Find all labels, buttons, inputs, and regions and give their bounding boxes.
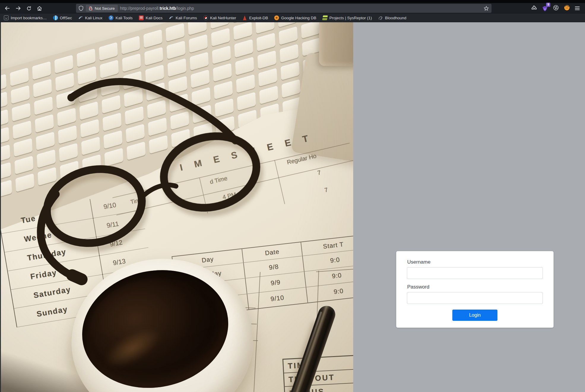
login-panel: Username Password Login: [353, 22, 585, 392]
keyboard-key: [0, 109, 8, 128]
keyboard-key: [256, 33, 275, 52]
keyboard-key: [233, 22, 252, 40]
tracking-shield-icon[interactable]: [79, 6, 83, 11]
keyboard-key: [0, 74, 7, 93]
keyboard-key: [190, 52, 209, 71]
account-avatar-icon[interactable]: [564, 5, 570, 12]
keyboard-key: [212, 46, 231, 64]
window-top-strip: [0, 0, 585, 3]
bookmark-item[interactable]: Google Hacking DB: [274, 15, 316, 20]
keyboard-key: [211, 28, 230, 47]
bookmark-label: Kali Linux: [85, 16, 103, 20]
keyboard-key: [0, 180, 12, 198]
toolbar-right-icons: 9: [531, 5, 582, 12]
keyboard-key: [166, 23, 185, 42]
ghdb-icon: [274, 15, 279, 20]
home-button[interactable]: [35, 4, 44, 12]
bookmark-star-icon[interactable]: [484, 6, 489, 11]
username-label: Username: [407, 259, 543, 265]
bookmark-label: Kali Forums: [176, 16, 197, 20]
bookmark-item[interactable]: Kali NetHunter: [203, 15, 236, 20]
keyboard-key: [10, 68, 29, 86]
keyboard-key: [144, 47, 163, 66]
page-content: T I M E S H E E T Time d Time 4 PM Regul…: [0, 22, 585, 392]
keyboard-key: [189, 34, 208, 53]
kali-forums-icon: [169, 15, 174, 20]
photo-side-box: [319, 22, 353, 66]
extensions-puzzle-icon[interactable]: [531, 5, 537, 12]
bookmark-item[interactable]: Kali Tools: [109, 15, 133, 20]
keyboard-key: [54, 55, 73, 74]
bookmark-label: OffSec: [60, 16, 72, 20]
bookmark-label: Exploit-DB: [249, 16, 268, 20]
coffee-cup-graphic: [66, 253, 259, 392]
import-icon: [4, 15, 9, 20]
keyboard-key: [122, 53, 141, 72]
password-input[interactable]: [407, 292, 543, 304]
bookmark-item[interactable]: OffSec: [53, 15, 72, 20]
keyboard-key: [279, 26, 298, 45]
bookmark-item[interactable]: Bloodhound: [378, 15, 406, 20]
bookmark-label: Kali Tools: [115, 16, 133, 20]
timesheet-val-regular-2: 7: [324, 186, 329, 194]
foxyproxy-icon[interactable]: 9: [542, 5, 548, 11]
bookmarks-bar: Import bookmarks…OffSecKali LinuxKali To…: [0, 14, 585, 22]
security-chip-label: Not Secure: [95, 6, 115, 11]
back-arrow-icon: [5, 6, 10, 11]
url-domain: trick.htb: [160, 6, 176, 11]
bookmark-label: Projects | SysReptor (1): [329, 16, 372, 20]
extension-badge: 9: [546, 3, 550, 7]
bookmark-item[interactable]: Kali Linux: [78, 15, 103, 20]
username-input[interactable]: [407, 267, 543, 279]
bookmark-label: Kali Docs: [146, 16, 163, 20]
keyboard-key: [11, 85, 30, 104]
keyboard-key: [234, 39, 253, 58]
security-chip[interactable]: Not Secure: [86, 5, 118, 12]
bloodhound-icon: [378, 15, 383, 20]
keyboard-key: [256, 22, 275, 34]
bookmark-item[interactable]: Projects | SysReptor (1): [323, 15, 372, 20]
navigation-toolbar: Not Secure http://preprod-payroll.trick.…: [0, 3, 585, 14]
keyboard-key: [0, 92, 7, 110]
keyboard-key: [188, 22, 207, 35]
url-text: http://preprod-payroll.trick.htb/login.p…: [120, 6, 194, 11]
keyboard-key: [210, 22, 229, 29]
lock-slash-icon: [89, 6, 93, 11]
login-card: Username Password Login: [396, 251, 554, 328]
home-icon: [37, 6, 42, 11]
bookmark-label: Google Hacking DB: [281, 16, 316, 20]
reload-button[interactable]: [24, 4, 33, 12]
url-bar[interactable]: Not Secure http://preprod-payroll.trick.…: [76, 4, 492, 13]
keyboard-key: [121, 36, 140, 55]
keyboard-key: [143, 29, 162, 48]
bookmark-item[interactable]: Kali Docs: [139, 15, 163, 20]
reload-icon: [26, 6, 31, 11]
timesheet-val-regular-1: 7: [317, 169, 321, 176]
cookie-icon[interactable]: [553, 5, 559, 12]
keyboard-key: [0, 162, 11, 181]
exploitdb-icon: [242, 15, 247, 20]
back-button[interactable]: [3, 4, 12, 12]
browser-window: Not Secure http://preprod-payroll.trick.…: [0, 0, 585, 392]
login-background-photo: T I M E S H E E T Time d Time 4 PM Regul…: [0, 22, 353, 392]
forward-arrow-icon: [15, 6, 21, 11]
bookmark-item[interactable]: Exploit-DB: [242, 15, 268, 20]
keyboard-key: [0, 144, 10, 163]
keyboard-key: [280, 44, 299, 63]
url-prefix: http://preprod-payroll.: [120, 6, 160, 11]
keyboard-key: [77, 49, 96, 67]
kali-docs-icon: [139, 15, 144, 20]
keyboard-key: [99, 42, 118, 61]
menu-hamburger-icon[interactable]: [575, 7, 580, 10]
bookmark-item[interactable]: Kali Forums: [169, 15, 197, 20]
keyboard-key: [0, 127, 9, 146]
forward-button[interactable]: [14, 4, 23, 12]
keyboard-key: [257, 50, 276, 69]
keyboard-key: [167, 41, 186, 59]
bookmark-item[interactable]: Import bookmarks…: [4, 15, 47, 20]
login-button[interactable]: Login: [452, 310, 497, 321]
bookmark-label: Import bookmarks…: [11, 16, 47, 20]
timesheet-col-regular: Regular Ho: [286, 152, 317, 166]
keyboard-key: [281, 79, 300, 98]
keyboard-key: [301, 22, 320, 39]
